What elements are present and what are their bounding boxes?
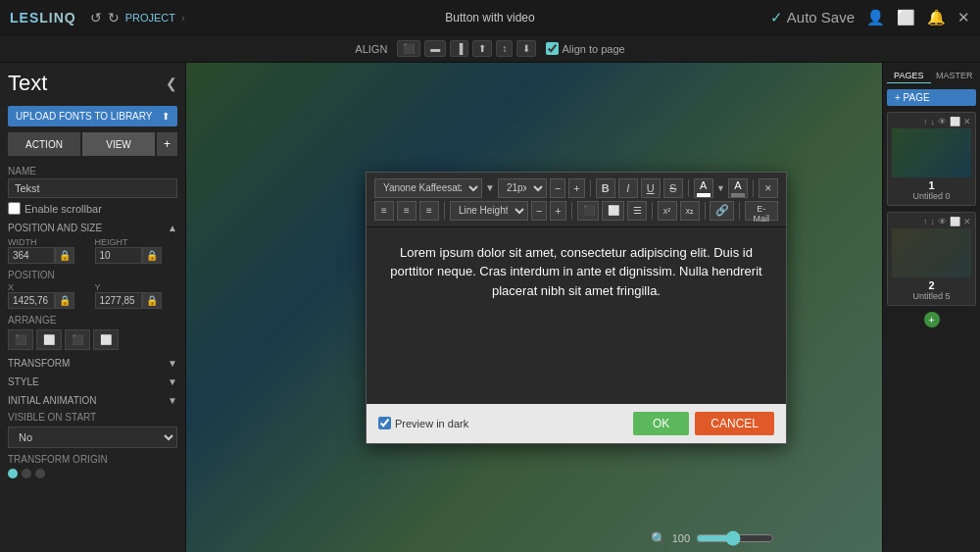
transform-header[interactable]: TRANSFORM ▼ <box>8 358 177 369</box>
project-link[interactable]: PROJECT <box>125 12 175 24</box>
visible-on-start-select[interactable]: No <box>8 427 177 448</box>
outdent-btn[interactable]: ⬜ <box>602 201 624 221</box>
editor-footer-buttons: OK CANCEL <box>633 412 774 435</box>
account-icon[interactable]: 👤 <box>866 9 885 26</box>
x-lock-btn[interactable]: 🔒 <box>55 292 74 309</box>
width-input[interactable] <box>8 247 55 264</box>
align-middle-btn[interactable]: ↕ <box>496 40 513 57</box>
ok-btn[interactable]: OK <box>633 412 689 435</box>
align-bottom-btn[interactable]: ⬇ <box>516 40 536 57</box>
enable-scrollbar-checkbox[interactable] <box>8 202 21 215</box>
font-size-plus-btn[interactable]: + <box>568 178 584 198</box>
page-thumb-1[interactable]: ↑ ↓ 👁 ⬜ ✕ 1 Untitled 0 <box>887 112 976 206</box>
thumb2-delete-icon[interactable]: ✕ <box>963 217 971 226</box>
superscript-btn[interactable]: x² <box>658 201 677 221</box>
arrange-forward-btn[interactable]: ⬜ <box>36 329 62 350</box>
x-input[interactable] <box>8 292 55 309</box>
x-label: X <box>8 282 91 292</box>
underline-btn[interactable]: U <box>641 178 661 198</box>
font-size-minus-btn[interactable]: − <box>550 178 565 198</box>
y-lock-btn[interactable]: 🔒 <box>142 292 162 309</box>
sidebar-title: Text <box>8 71 47 96</box>
align-center-h-btn[interactable]: ▬ <box>424 40 446 57</box>
align-top-btn[interactable]: ⬆ <box>472 40 492 57</box>
line-height-plus-btn[interactable]: + <box>550 201 565 221</box>
height-field: HEIGHT 🔒 <box>95 237 178 264</box>
font-size-select[interactable]: 21px <box>498 178 547 198</box>
sidebar-header: Text ❮ <box>8 71 177 96</box>
page-thumb-2[interactable]: ↑ ↓ 👁 ⬜ ✕ 2 Untitled 5 <box>887 212 976 306</box>
add-btn[interactable]: + <box>157 132 177 156</box>
align-left-btn[interactable]: ⬛ <box>397 40 420 57</box>
position-size-header[interactable]: POSITION AND SIZE ▲ <box>8 223 177 233</box>
align-left-text-btn[interactable]: ≡ <box>374 201 394 221</box>
height-lock-btn[interactable]: 🔒 <box>142 247 162 264</box>
preview-dark-checkbox[interactable] <box>378 417 391 429</box>
name-input[interactable] <box>8 178 177 198</box>
origin-dot-1[interactable] <box>8 469 18 478</box>
subscript-btn[interactable]: x₂ <box>680 201 700 221</box>
add-between-pages-btn[interactable]: + <box>924 312 940 327</box>
bg-color-btn[interactable]: A <box>728 178 748 198</box>
strikethrough-btn[interactable]: S <box>663 178 683 198</box>
font-color-btn[interactable]: A <box>694 178 713 198</box>
preview-dark-check[interactable]: Preview in dark <box>378 417 468 429</box>
width-field: WIDTH 🔒 <box>8 237 91 264</box>
list-btn[interactable]: ☰ <box>627 201 647 221</box>
separator-6 <box>652 202 653 220</box>
cancel-btn[interactable]: CANCEL <box>695 412 774 435</box>
redo-icon[interactable]: ↻ <box>108 10 120 25</box>
y-input[interactable] <box>95 292 142 309</box>
thumb-down-icon[interactable]: ↓ <box>931 117 936 126</box>
alignbar: ALIGN ⬛ ▬ ▐ ⬆ ↕ ⬇ Align to page <box>0 35 980 63</box>
zoom-slider[interactable] <box>696 530 774 546</box>
bell-icon[interactable]: 🔔 <box>927 9 946 26</box>
initial-animation-header[interactable]: INITIAL ANIMATION ▼ <box>8 395 177 406</box>
arrange-backward-btn[interactable]: ⬜ <box>93 329 119 350</box>
view-btn[interactable]: VIEW <box>82 132 155 156</box>
link-btn[interactable]: 🔗 <box>710 201 733 221</box>
arrange-label: ARRANGE <box>8 315 177 326</box>
upload-fonts-btn[interactable]: UPLOAD FONTS TO LIBRARY ⬆ <box>8 106 177 126</box>
style-header[interactable]: STYLE ▼ <box>8 376 177 387</box>
thumb2-copy-icon[interactable]: ⬜ <box>950 217 960 226</box>
share-icon[interactable]: ⬜ <box>897 9 915 26</box>
close-icon[interactable]: ✕ <box>957 9 970 26</box>
align-right-text-btn[interactable]: ≡ <box>419 201 439 221</box>
origin-dot-3[interactable] <box>35 469 45 478</box>
thumb-delete-icon[interactable]: ✕ <box>963 117 971 126</box>
font-family-select[interactable]: Yanone Kaffeesatz <box>374 178 482 198</box>
sidebar-close-icon[interactable]: ❮ <box>166 75 177 91</box>
remove-format-btn[interactable]: ✕ <box>759 178 778 198</box>
italic-btn[interactable]: I <box>618 178 638 198</box>
pages-tab[interactable]: PAGES <box>887 69 931 83</box>
thumb-eye-icon[interactable]: 👁 <box>938 117 947 126</box>
arrange-back-btn[interactable]: ⬛ <box>65 329 90 350</box>
line-height-select[interactable]: Line Height <box>450 201 528 221</box>
indent-btn[interactable]: ⬛ <box>577 201 600 221</box>
email-btn[interactable]: E-Mail <box>745 201 778 221</box>
origin-dot-2[interactable] <box>22 469 31 478</box>
zoom-out-icon[interactable]: 🔍 <box>651 531 666 546</box>
history-icon[interactable]: ↺ <box>90 10 102 25</box>
collapse-icon: ▲ <box>168 223 177 233</box>
align-to-page-check[interactable]: Align to page <box>546 42 624 55</box>
width-lock-btn[interactable]: 🔒 <box>55 247 74 264</box>
master-tab[interactable]: MASTER <box>933 69 977 83</box>
align-right-btn[interactable]: ▐ <box>450 40 468 57</box>
font-color-dropdown[interactable]: ▼ <box>716 183 725 193</box>
align-center-text-btn[interactable]: ≡ <box>397 201 416 221</box>
height-input[interactable] <box>95 247 142 264</box>
bold-btn[interactable]: B <box>596 178 615 198</box>
add-page-btn[interactable]: + PAGE <box>887 89 976 106</box>
thumb-copy-icon[interactable]: ⬜ <box>950 117 960 126</box>
editor-content[interactable]: Lorem ipsum dolor sit amet, consectetur … <box>367 227 786 404</box>
thumb2-eye-icon[interactable]: 👁 <box>938 217 947 226</box>
thumb2-down-icon[interactable]: ↓ <box>931 217 936 226</box>
thumb2-up-icon[interactable]: ↑ <box>923 217 928 226</box>
arrange-front-btn[interactable]: ⬛ <box>8 329 33 350</box>
canvas[interactable]: Yanone Kaffeesatz ▼ 21px − + B I U S <box>186 63 882 552</box>
line-height-minus-btn[interactable]: − <box>531 201 547 221</box>
action-btn[interactable]: ACTION <box>8 132 80 156</box>
thumb-up-icon[interactable]: ↑ <box>923 117 928 126</box>
